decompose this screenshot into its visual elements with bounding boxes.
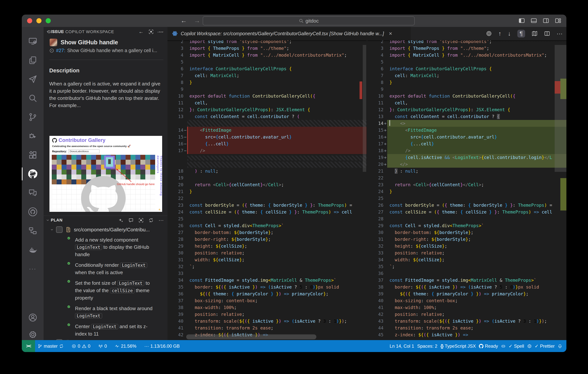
split-editor-icon[interactable] [544,31,550,37]
remote-indicator[interactable]: >< [22,340,35,352]
code-line[interactable]: 23 return <Cell>{cellContent}</Cell>; [368,181,567,188]
code-line[interactable]: 10export default function ContributorGal… [368,93,567,99]
spell-status[interactable]: ✓ Spell [509,343,524,349]
copilot-workspace-icon[interactable] [22,165,43,183]
code-line[interactable]: 33 position: relative; [368,249,567,256]
memory-status[interactable]: ··· 1.13/16.00 GB [144,343,180,349]
code-line[interactable]: 36 ${({ theme: { primaryColor } }) => pr… [168,290,367,297]
code-line[interactable]: 23const borderStyle = ({ theme: { border… [168,202,367,209]
code-line[interactable]: 7 cell: MatrixCell; [168,72,367,79]
language-mode-status[interactable]: {} TypeScript JSX [441,343,476,349]
code-line[interactable]: 31 border-right: ${borderStyle}; [368,236,567,243]
previous-change-icon[interactable]: ↑ [498,30,501,37]
code-line[interactable]: 3import { ThemeProps } from "../theme"; [368,45,567,52]
diff-editor-modified[interactable]: 2import styled from "styled-components";… [368,40,567,340]
code-line[interactable]: 31 width: ${cellSize}; [168,256,367,263]
close-tab-icon[interactable]: × [389,30,392,37]
send-icon[interactable] [22,71,43,88]
code-line[interactable]: 10export default function ContributorGal… [168,93,367,99]
code-line[interactable]: 19 [168,174,367,181]
code-line[interactable]: 28 [368,215,567,222]
code-line[interactable]: 34 width: ${cellSize}; [368,256,567,263]
code-line[interactable]: 24const cellSize = ({ theme: { cellSize … [168,209,367,215]
code-line[interactable]: 17+ {...cell} [368,140,567,147]
explorer-icon[interactable] [22,52,43,69]
code-line[interactable]: 8} [368,79,567,86]
org-chart-icon[interactable] [22,222,43,239]
code-line[interactable]: 41 transition: transform 2s ease; [168,325,367,331]
code-line[interactable]: 42 position: relative; [368,311,567,318]
code-line[interactable]: 8} [168,79,367,86]
github-icon[interactable] [22,203,43,221]
minimize-window-button[interactable] [36,18,42,23]
code-line[interactable]: 39 ${({ theme: { primaryColor } }) => pr… [368,290,567,297]
code-line[interactable]: 21} [168,188,367,195]
plan-step[interactable]: Set the font size of LoginText to the va… [65,279,157,301]
history-forward-icon[interactable]: → [194,17,200,24]
code-line[interactable]: 12}: ContributorGalleryCellProps): JSX.E… [168,106,367,113]
sidebar-more-icon[interactable]: ··· [157,29,163,35]
code-line[interactable]: 29 height: ${cellSize}; [168,243,367,249]
code-line[interactable]: 4import { MatrixCell } from "../../model… [368,52,567,59]
indentation-status[interactable]: Spaces: 2 [417,343,437,349]
code-line[interactable]: 21 ) : null; [368,168,567,174]
code-line[interactable]: 16+ src={cell.contributor.avatar_url} [368,134,567,140]
more-actions-icon[interactable]: ··· [556,30,563,37]
code-line[interactable]: 36 [368,270,567,277]
code-line[interactable]: 30 border-bottom: ${borderStyle}; [368,229,567,236]
left-horizontal-scrollbar[interactable] [186,334,316,339]
code-line[interactable]: 11 cell, [168,99,367,106]
code-line[interactable]: 30 position: relative; [168,249,367,256]
focus-icon[interactable] [138,218,144,223]
code-line[interactable]: 9 [368,86,567,93]
toggle-secondary-sidebar-icon[interactable] [543,17,549,24]
issue-reference[interactable]: #27: Show GitHub handle when a gallery c… [49,48,161,53]
issue-number-link[interactable]: #27: [56,48,65,53]
sparkle-icon[interactable] [118,218,124,223]
cursor-position-status[interactable]: Ln 14, Col 1 [390,343,414,349]
code-line[interactable]: 7 cell: MatrixCell; [368,72,567,79]
code-line[interactable]: 17− /> [168,147,367,154]
code-line[interactable]: 26const borderStyle = ({ theme: { border… [368,202,567,209]
plan-step[interactable]: Add a new styled component LoginText to … [65,236,157,258]
code-line[interactable]: 25 [168,215,367,222]
plan-step[interactable]: Conditionally render LoginText when the … [65,261,157,276]
zoom-window-button[interactable] [46,18,51,23]
run-debug-icon[interactable] [22,127,43,145]
refresh-icon[interactable] [148,218,154,223]
diff-editor-original[interactable]: 2import styled from "styled-components";… [168,40,367,340]
comments-icon[interactable] [22,184,43,202]
accounts-icon[interactable] [22,309,43,326]
code-line[interactable]: 32`; [168,263,367,270]
code-line[interactable]: 3import { ThemeProps } from "../theme"; [168,45,367,52]
code-line[interactable]: 28 border-right: ${borderStyle}; [168,236,367,243]
plan-more-icon[interactable]: ··· [158,217,164,223]
code-line[interactable]: 4import { MatrixCell } from "../../model… [168,52,367,59]
code-line[interactable]: 18+ /> [368,147,567,154]
remote-explorer-icon[interactable] [22,32,43,50]
notifications-status[interactable] [558,344,562,348]
code-line[interactable]: 26const Cell = styled.div<ThemeProps>` [168,222,367,229]
plan-file-checkbox[interactable] [56,226,63,233]
code-line[interactable]: 27const cellSize = ({ theme: { cellSize … [368,209,567,215]
code-line[interactable]: 43 transform: scale(${({ isActive }) => … [368,318,567,325]
toggle-sidebar-icon[interactable] [518,17,525,24]
code-line[interactable]: 45 z-index: ${({ isActive }) => [368,331,567,338]
search-view-icon[interactable] [22,89,43,107]
code-line[interactable]: 39 position: relative; [168,311,367,318]
code-line[interactable]: 5 [168,59,367,65]
github-ready-status[interactable]: Ready [479,343,498,349]
code-line[interactable]: 27 border-bottom: ${borderStyle}; [168,229,367,236]
history-back-icon[interactable]: ← [180,17,187,24]
code-line[interactable]: 19+ {cell.isActive && <LoginText>{cell.c… [368,154,567,161]
code-line[interactable]: 14− <FittedImage [168,127,367,134]
code-line[interactable]: 38 border: ${({ isActive }) => (isActive… [368,284,567,290]
command-center-search[interactable]: gitdoc [203,16,415,25]
open-preview-icon[interactable] [532,31,538,37]
code-line[interactable]: 40 transform: scale(${({ isActive }) => … [168,318,367,325]
render-whitespace-icon[interactable]: ¶ [517,30,525,38]
accessibility-target-icon[interactable] [486,31,492,37]
additional-views-icon[interactable]: ··· [22,260,43,277]
code-line[interactable]: 37 box-sizing: content-box; [168,297,367,304]
code-line[interactable]: 33 [168,270,367,277]
